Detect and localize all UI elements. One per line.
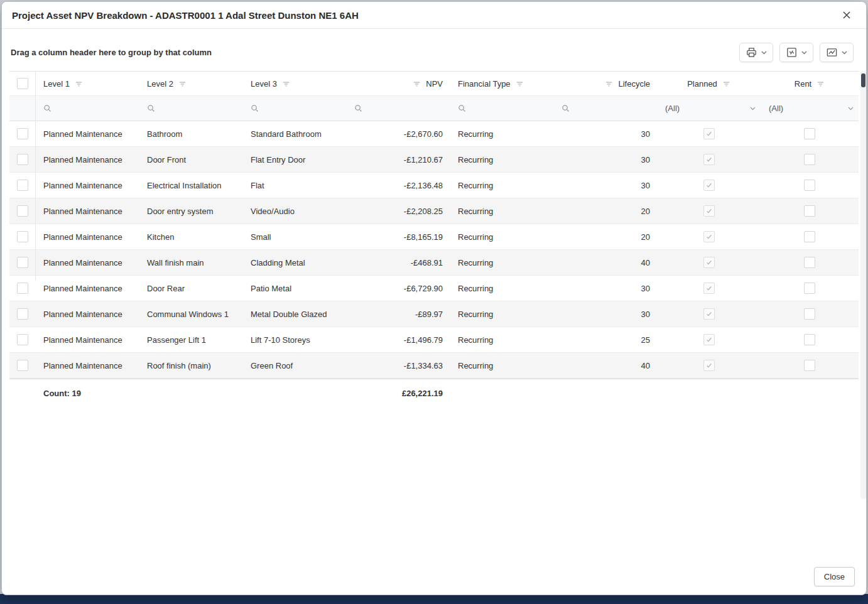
- planned-checkbox[interactable]: [703, 180, 715, 191]
- table-row[interactable]: Planned Maintenance Kitchen Small -£8,16…: [9, 224, 859, 250]
- filter-icon[interactable]: [516, 80, 524, 88]
- table-row[interactable]: Planned Maintenance Door entry system Vi…: [9, 198, 859, 224]
- planned-checkbox[interactable]: [703, 360, 715, 371]
- row-select-checkbox[interactable]: [17, 128, 28, 139]
- rent-filter-select[interactable]: (All): [761, 96, 859, 121]
- print-button[interactable]: [739, 43, 773, 62]
- planned-checkbox[interactable]: [703, 154, 715, 165]
- cell-financial-type: Recurring: [450, 276, 553, 301]
- column-header-planned[interactable]: Planned: [657, 72, 761, 95]
- cell-level1: Planned Maintenance: [35, 224, 139, 249]
- select-all-checkbox[interactable]: [17, 78, 28, 89]
- filter-input-financial-type[interactable]: [470, 103, 545, 114]
- cell-level2: Wall finish main: [139, 250, 242, 275]
- row-select-checkbox[interactable]: [17, 308, 28, 320]
- filter-icon[interactable]: [178, 80, 187, 88]
- vertical-scrollbar[interactable]: [860, 71, 866, 499]
- export-button[interactable]: [779, 43, 813, 62]
- rent-checkbox[interactable]: [804, 205, 815, 217]
- table-row[interactable]: Planned Maintenance Wall finish main Cla…: [9, 250, 859, 276]
- planned-checkbox[interactable]: [703, 334, 715, 345]
- dialog-title-bar: Project Asset NPV Breakdown - ADASTR0001…: [2, 2, 866, 29]
- chart-button[interactable]: [820, 43, 854, 62]
- filter-input-level1[interactable]: [56, 103, 131, 114]
- chevron-down-icon: [761, 51, 767, 55]
- cell-rent: [761, 198, 859, 224]
- cell-level1: Planned Maintenance: [35, 327, 139, 352]
- planned-filter-select[interactable]: (All): [657, 96, 761, 121]
- rent-checkbox[interactable]: [804, 308, 815, 320]
- column-header-level1[interactable]: Level 1: [35, 72, 139, 95]
- filter-icon[interactable]: [605, 80, 613, 88]
- filter-cell-lifecycle: [553, 96, 657, 121]
- planned-checkbox[interactable]: [703, 231, 715, 242]
- table-row[interactable]: Planned Maintenance Door Rear Patio Meta…: [9, 276, 859, 301]
- close-button[interactable]: Close: [814, 567, 855, 586]
- row-select-checkbox[interactable]: [17, 360, 28, 371]
- column-header-npv[interactable]: NPV: [346, 72, 450, 95]
- table-row[interactable]: Planned Maintenance Electrical Installat…: [9, 173, 859, 198]
- filter-icon[interactable]: [816, 80, 825, 88]
- row-select-cell: [9, 198, 35, 224]
- filter-icon[interactable]: [75, 80, 83, 88]
- row-select-checkbox[interactable]: [17, 180, 28, 191]
- row-select-checkbox[interactable]: [17, 154, 28, 165]
- cell-npv: -£1,210.67: [346, 147, 450, 172]
- chevron-down-icon: [801, 51, 807, 55]
- rent-checkbox[interactable]: [804, 128, 815, 139]
- cell-financial-type: Recurring: [450, 198, 553, 224]
- row-select-checkbox[interactable]: [17, 283, 28, 294]
- planned-checkbox[interactable]: [703, 257, 715, 268]
- column-header-level3[interactable]: Level 3: [242, 72, 346, 95]
- cell-level1: Planned Maintenance: [35, 276, 139, 301]
- rent-checkbox[interactable]: [804, 257, 815, 268]
- planned-checkbox[interactable]: [703, 128, 715, 139]
- row-select-checkbox[interactable]: [17, 334, 28, 345]
- cell-npv: -£89.97: [346, 301, 450, 326]
- cell-planned: [657, 327, 761, 352]
- cell-level3: Flat: [242, 173, 346, 198]
- dialog-close-icon[interactable]: [838, 7, 855, 23]
- table-row[interactable]: Planned Maintenance Roof finish (main) G…: [9, 353, 859, 379]
- row-select-cell: [9, 121, 35, 146]
- cell-lifecycle: 40: [553, 250, 657, 275]
- search-icon: [458, 104, 466, 112]
- filter-cell-level3: [242, 96, 346, 121]
- filter-input-level2[interactable]: [160, 103, 234, 114]
- rent-checkbox[interactable]: [804, 154, 815, 165]
- filter-input-level3[interactable]: [263, 103, 338, 114]
- search-icon: [43, 104, 52, 112]
- filter-icon[interactable]: [282, 80, 290, 88]
- table-row[interactable]: Planned Maintenance Door Front Flat Entr…: [9, 147, 859, 173]
- planned-checkbox[interactable]: [703, 205, 715, 217]
- column-header-level2[interactable]: Level 2: [139, 72, 242, 95]
- rent-checkbox[interactable]: [804, 231, 815, 242]
- table-row[interactable]: Planned Maintenance Bathroom Standard Ba…: [9, 121, 859, 147]
- rent-checkbox[interactable]: [804, 283, 815, 294]
- search-icon: [147, 104, 155, 112]
- planned-checkbox[interactable]: [703, 283, 715, 294]
- rent-checkbox[interactable]: [804, 180, 815, 191]
- table-row[interactable]: Planned Maintenance Communal Windows 1 M…: [9, 301, 859, 327]
- rent-checkbox[interactable]: [804, 334, 815, 345]
- row-select-checkbox[interactable]: [17, 231, 28, 242]
- summary-select-cell: [9, 379, 35, 407]
- scrollbar-thumb[interactable]: [861, 73, 865, 87]
- column-header-lifecycle[interactable]: Lifecycle: [553, 72, 657, 95]
- filter-input-npv[interactable]: [367, 103, 442, 114]
- table-row[interactable]: Planned Maintenance Passenger Lift 1 Lif…: [9, 327, 859, 353]
- cell-planned: [657, 250, 761, 275]
- filter-input-lifecycle[interactable]: [574, 103, 649, 114]
- filter-icon[interactable]: [413, 80, 421, 88]
- column-header-financial-type[interactable]: Financial Type: [450, 72, 553, 95]
- planned-checkbox[interactable]: [703, 308, 715, 320]
- rent-checkbox[interactable]: [804, 360, 815, 371]
- summary-empty-cell: [242, 379, 346, 407]
- column-header-rent[interactable]: Rent: [761, 72, 859, 95]
- row-select-checkbox[interactable]: [17, 205, 28, 217]
- row-select-cell: [9, 173, 35, 198]
- row-select-checkbox[interactable]: [17, 257, 28, 268]
- filter-icon[interactable]: [722, 80, 730, 88]
- cell-level3: Standard Bathroom: [242, 121, 346, 146]
- grid-filter-row: (All) (All): [9, 96, 859, 121]
